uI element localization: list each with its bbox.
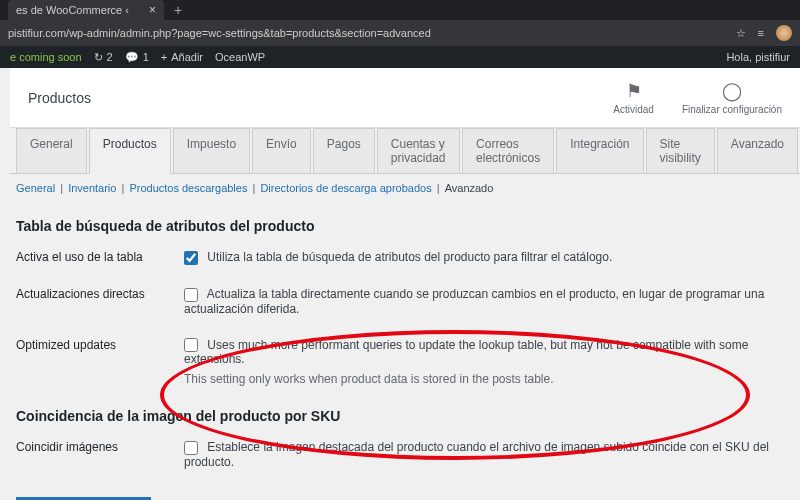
tab-integración[interactable]: Integración	[556, 128, 643, 173]
browser-tab-title: es de WooCommerce ‹	[16, 4, 129, 16]
url-text[interactable]: pistifiur.com/wp-admin/admin.php?page=wc…	[8, 27, 431, 39]
activity-label: Actividad	[613, 104, 654, 115]
subtab-current: Avanzado	[445, 182, 494, 194]
tab-impuesto[interactable]: Impuesto	[173, 128, 250, 173]
add-label: Añadir	[171, 51, 203, 63]
circle-icon: ◯	[682, 80, 782, 102]
tab-cuentas-y-privacidad[interactable]: Cuentas y privacidad	[377, 128, 460, 173]
updates-count: 2	[107, 51, 113, 63]
close-icon[interactable]: ×	[149, 3, 156, 17]
bookmark-star-icon[interactable]: ☆	[736, 27, 746, 40]
checkbox-text: Establece la imagen destacada del produc…	[184, 440, 769, 469]
browser-url-bar: pistifiur.com/wp-admin/admin.php?page=wc…	[0, 20, 800, 46]
new-tab-button[interactable]: +	[174, 2, 182, 18]
settings-tabs: GeneralProductosImpuestoEnvíoPagosCuenta…	[10, 128, 800, 174]
section-heading: Coincidencia de la imagen del producto p…	[16, 408, 794, 424]
optimized-updates-checkbox[interactable]	[184, 338, 198, 352]
finish-label: Finalizar configuración	[682, 104, 782, 115]
checkbox-row[interactable]: Utiliza la tabla de búsqueda de atributo…	[184, 250, 612, 264]
settings-subtabs: General | Inventario | Productos descarg…	[10, 174, 800, 202]
field-description: This setting only works when product dat…	[184, 372, 794, 386]
comment-icon: 💬	[125, 51, 139, 64]
browser-tab-strip: es de WooCommerce ‹ × +	[0, 0, 800, 20]
browser-tab[interactable]: es de WooCommerce ‹ ×	[8, 0, 164, 20]
checkbox-row[interactable]: Actualiza la tabla directamente cuando s…	[184, 287, 764, 316]
comments-count: 1	[143, 51, 149, 63]
checkbox-text: Uses much more performant queries to upd…	[184, 338, 748, 367]
field-label: Activa el uso de la tabla	[16, 250, 184, 265]
theme-link[interactable]: OceanWP	[215, 51, 265, 63]
direct-updates-checkbox[interactable]	[184, 288, 198, 302]
menu-icon[interactable]: ≡	[758, 27, 764, 39]
tab-pagos[interactable]: Pagos	[313, 128, 375, 173]
tab-site-visibility[interactable]: Site visibility	[646, 128, 715, 173]
tab-envío[interactable]: Envío	[252, 128, 311, 173]
plus-icon: +	[161, 51, 167, 63]
page-title: Productos	[28, 90, 91, 106]
coming-soon-badge[interactable]: e coming soon	[10, 51, 82, 63]
activity-button[interactable]: ⚑ Actividad	[613, 80, 654, 115]
subtab-link[interactable]: Productos descargables	[129, 182, 247, 194]
greeting-menu[interactable]: Hola, pistifiur	[726, 51, 790, 63]
flag-icon: ⚑	[613, 80, 654, 102]
refresh-icon: ↻	[94, 51, 103, 64]
field-label: Coincidir imágenes	[16, 440, 184, 469]
subtab-link[interactable]: Inventario	[68, 182, 116, 194]
field-label: Optimized updates	[16, 338, 184, 387]
section-heading: Tabla de búsqueda de atributos del produ…	[16, 218, 794, 234]
subtab-link[interactable]: General	[16, 182, 55, 194]
subtab-link[interactable]: Directorios de descarga aprobados	[260, 182, 431, 194]
checkbox-text: Actualiza la tabla directamente cuando s…	[184, 287, 764, 316]
tab-productos[interactable]: Productos	[89, 128, 171, 174]
checkbox-row[interactable]: Establece la imagen destacada del produc…	[184, 440, 769, 469]
checkbox-text: Utiliza la tabla de búsqueda de atributo…	[207, 250, 612, 264]
content-area: Productos ⚑ Actividad ◯ Finalizar config…	[0, 68, 800, 500]
checkbox-row[interactable]: Uses much more performant queries to upd…	[184, 338, 748, 367]
field-label: Actualizaciones directas	[16, 287, 184, 316]
tab-general[interactable]: General	[16, 128, 87, 173]
enable-table-checkbox[interactable]	[184, 251, 198, 265]
finish-setup-button[interactable]: ◯ Finalizar configuración	[682, 80, 782, 115]
profile-avatar-icon[interactable]	[776, 25, 792, 41]
match-images-checkbox[interactable]	[184, 441, 198, 455]
tab-avanzado[interactable]: Avanzado	[717, 128, 798, 173]
add-new-button[interactable]: + Añadir	[161, 51, 203, 63]
tab-correos-electrónicos[interactable]: Correos electrónicos	[462, 128, 554, 173]
comments-button[interactable]: 💬 1	[125, 51, 149, 64]
page-header: Productos ⚑ Actividad ◯ Finalizar config…	[10, 68, 800, 128]
wp-admin-bar: e coming soon ↻ 2 💬 1 + Añadir OceanWP H…	[0, 46, 800, 68]
updates-button[interactable]: ↻ 2	[94, 51, 113, 64]
